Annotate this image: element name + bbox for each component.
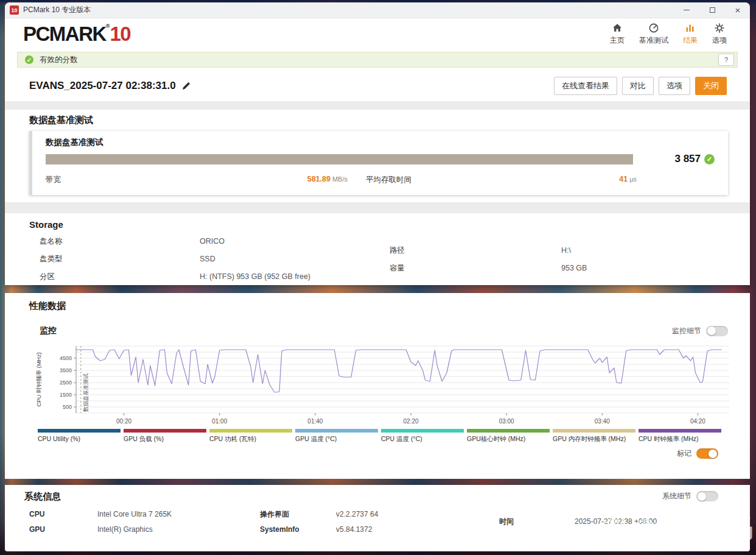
compare-button[interactable]: 对比 [622, 77, 654, 95]
close-window-button[interactable]: × [734, 7, 741, 14]
monitor-row: 监控 监控细节 [29, 325, 728, 336]
legend-item: CPU 温度 (°C) [381, 429, 464, 444]
bandwidth-label: 带宽 [46, 175, 61, 185]
edit-icon[interactable] [182, 82, 191, 90]
legend-color-bar [124, 429, 206, 433]
logo-text: PCMARK [23, 23, 106, 46]
svg-text:CPU 时钟频率 (MHz): CPU 时钟频率 (MHz) [35, 352, 42, 406]
chart-legend: CPU Utility (%)GPU 负载 (%)CPU 功耗 (瓦特)GPU … [38, 429, 721, 444]
legend-label: GPU 内存时钟频率 (MHz) [553, 435, 635, 444]
storage-row-capacity: 容量953 GB [390, 264, 728, 272]
legend-label: GPU 温度 (°C) [295, 435, 378, 444]
divider-strip [5, 101, 750, 110]
screen: 10 PCMark 10 专业版本 × PCMARK®10 主页 [0, 0, 756, 555]
performance-chart: 500150025003500450000:2001:0001:4002:200… [29, 342, 729, 428]
score-value-wrap: 3 857 ✓ [633, 153, 715, 165]
gear-icon [714, 23, 725, 34]
legend-item: GPU 温度 (°C) [295, 429, 378, 444]
result-buttons: 在线查看结果 对比 选项 关闭 [554, 77, 727, 95]
monitor-detail-toggle[interactable] [706, 326, 728, 336]
close-result-button[interactable]: 关闭 [695, 77, 727, 95]
legend-label: CPU Utility (%) [38, 435, 121, 442]
score-valid-icon: ✓ [704, 154, 715, 164]
valid-check-icon: ✓ [25, 55, 33, 64]
sysinfo-row-time: 时间2025-07-27 02:38 +08:00 [499, 517, 728, 526]
disk-benchmark-card: 数据盘基准测试 3 857 ✓ 带宽 581.89MB/s [29, 131, 728, 195]
legend-color-bar [38, 429, 121, 433]
legend-item: CPU 时钟频率 (MHz) [639, 429, 721, 444]
monitor-detail-label: 监控细节 [672, 326, 701, 336]
result-title: EVANS_2025-07-27 02:38:31.0 [29, 80, 176, 92]
minimize-button[interactable] [683, 7, 690, 14]
nav-options-label: 选项 [712, 35, 727, 46]
app-header: PCMARK®10 主页 基准测试 结果 [5, 18, 750, 49]
titlebar: 10 PCMark 10 专业版本 × [5, 2, 750, 18]
pcmark-logo: PCMARK®10 [23, 23, 130, 46]
legend-color-bar [553, 429, 635, 433]
options-button[interactable]: 选项 [659, 77, 690, 95]
result-header-row: EVANS_2025-07-27 02:38:31.0 在线查看结果 对比 选项… [5, 71, 750, 101]
bandwidth-value: 581.89MB/s [307, 175, 348, 185]
system-detail-toggle[interactable] [696, 491, 718, 501]
bar-chart-icon [685, 23, 696, 34]
help-button[interactable]: ? [718, 54, 734, 66]
legend-item: CPU 功耗 (瓦特) [209, 429, 292, 444]
gauge-icon [648, 23, 659, 34]
nav-options[interactable]: 选项 [712, 23, 727, 46]
storage-row-path: 路径H:\ [390, 246, 728, 255]
legend-item: GPU核心时钟 (MHz) [467, 429, 550, 444]
marker-toggle-label: 标记 [677, 448, 691, 459]
pcmark-window: 10 PCMark 10 专业版本 × PCMARK®10 主页 [5, 2, 750, 551]
logo-number: 10 [110, 23, 130, 46]
legend-item: GPU 内存时钟频率 (MHz) [553, 429, 635, 444]
home-icon [612, 23, 623, 34]
view-result-online-button[interactable]: 在线查看结果 [554, 77, 617, 95]
sysinfo-row-systeminfo-version: SystemInfov5.84.1372 [260, 525, 499, 534]
legend-color-bar [467, 429, 550, 433]
background-gap [5, 479, 750, 485]
logo-registered-mark: ® [106, 23, 110, 29]
system-info-heading: 系统信息 [24, 491, 728, 503]
svg-text:数据盘基准测试: 数据盘基准测试 [83, 373, 89, 412]
storage-grid: 盘名称ORICO 盘类型SSD 分区H: (NTFS) 953 GB (952 … [29, 237, 728, 285]
legend-color-bar [639, 429, 721, 433]
svg-text:03:40: 03:40 [595, 418, 610, 425]
main-panel: 10 PCMark 10 专业版本 × PCMARK®10 主页 [5, 2, 750, 285]
app-icon: 10 [10, 5, 19, 15]
svg-text:4500: 4500 [60, 355, 72, 361]
legend-label: CPU 时钟频率 (MHz) [639, 435, 721, 444]
system-info-grid: CPUIntel Core Ultra 7 265K GPUIntel(R) G… [24, 510, 728, 540]
metric-row: 带宽 581.89MB/s 平均存取时间 41µs [46, 175, 715, 185]
legend-color-bar [381, 429, 464, 433]
storage-row-drive-type: 盘类型SSD [40, 255, 390, 263]
disk-benchmark-section: 数据盘基准测试 数据盘基准测试 3 857 ✓ 带宽 581.89MB/s [5, 110, 750, 202]
nav-benchmarks[interactable]: 基准测试 [639, 23, 668, 46]
score-bar-row: 3 857 ✓ [46, 153, 715, 165]
nav-benchmarks-label: 基准测试 [639, 35, 668, 46]
svg-text:01:00: 01:00 [212, 418, 227, 425]
access-time-label: 平均存取时间 [366, 175, 411, 185]
svg-text:1500: 1500 [60, 392, 72, 398]
disk-benchmark-card-title: 数据盘基准测试 [46, 137, 715, 148]
nav-home-label: 主页 [610, 35, 625, 46]
nav-results[interactable]: 结果 [683, 23, 698, 46]
performance-panel: 性能数据 监控 监控细节 500150025003500450000:2001:… [5, 293, 750, 479]
maximize-button[interactable] [709, 7, 716, 14]
access-time-metric: 平均存取时间 41µs [348, 175, 637, 185]
svg-text:2500: 2500 [60, 380, 72, 386]
sysinfo-row-ui-version: 操作界面v2.2.2737 64 [260, 510, 499, 518]
system-info-panel: 系统信息 系统细节 CPUIntel Core Ultra 7 265K GPU… [5, 485, 750, 551]
legend-label: CPU 功耗 (瓦特) [209, 435, 292, 444]
banner-wrap: ✓ 有效的分数 ? [5, 49, 750, 71]
main-nav: 主页 基准测试 结果 选项 [610, 23, 727, 46]
svg-text:02:20: 02:20 [403, 418, 418, 425]
performance-heading: 性能数据 [29, 300, 728, 312]
nav-home[interactable]: 主页 [610, 23, 625, 46]
system-detail-toggle-group: 系统细节 [662, 491, 718, 501]
storage-heading: Storage [29, 219, 728, 230]
storage-row-partition: 分区H: (NTFS) 953 GB (952 GB free) [40, 272, 390, 281]
sysinfo-row-cpu: CPUIntel Core Ultra 7 265K [29, 510, 260, 518]
monitor-heading: 监控 [40, 325, 57, 336]
marker-toggle-group: 标记 [29, 448, 728, 459]
marker-toggle[interactable] [696, 448, 718, 459]
